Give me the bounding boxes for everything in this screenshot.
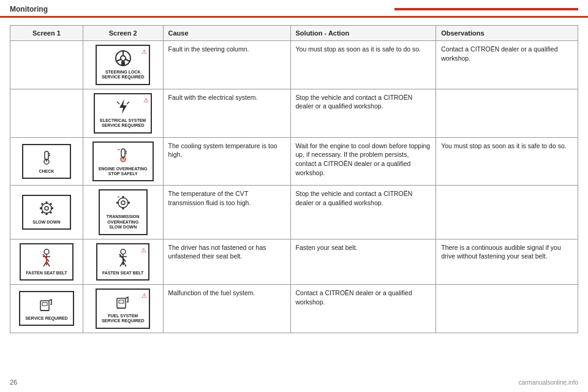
seatbelt1-icon	[38, 248, 55, 268]
solution-cell-3: Wait for the engine to cool down before …	[290, 137, 436, 186]
screen2-cell-4: TRANSMISSIONOVERHEATINGSLOW DOWN	[83, 186, 163, 239]
warning-icon: ⚠	[143, 96, 149, 105]
table-header-row: Screen 1 Screen 2 Cause Solution - Actio…	[10, 26, 578, 41]
fasten-seatbelt2-icon-box: ⚠ FASTEN SEAT BELT	[96, 243, 149, 281]
fasten-seatbelt1-label: FASTEN SEAT BELT	[26, 271, 67, 276]
solution-cell-1: You must stop as soon as it is safe to d…	[290, 41, 436, 89]
svg-rect-5	[121, 61, 125, 66]
obs-cell-5: There is a continuous audible signal if …	[436, 239, 578, 284]
slowdown-icon-box: SLOW DOWN	[22, 195, 71, 230]
transmission-label: TRANSMISSIONOVERHEATINGSLOW DOWN	[107, 214, 140, 230]
obs-cell-1: Contact a CITROËN dealer or a qualified …	[436, 41, 578, 89]
overheating-icon	[115, 146, 132, 164]
svg-rect-53	[119, 300, 124, 303]
check-icon-box: CHECK	[22, 144, 71, 179]
obs-cell-3: You must stop as soon as it is safe to d…	[436, 137, 578, 186]
check-label: CHECK	[39, 169, 54, 174]
main-content: Screen 1 Screen 2 Cause Solution - Actio…	[0, 18, 588, 341]
svg-rect-34	[127, 202, 130, 204]
screen2-cell-5: ⚠ FASTEN SEAT BELT	[83, 239, 163, 284]
svg-line-8	[127, 102, 129, 104]
svg-rect-21	[45, 202, 47, 204]
overheating-icon-box: ENGINE OVERHEATINGSTOP SAFELY	[92, 141, 154, 182]
screen2-cell-1: ⚠ STEERING LOCKSERVICE REQUIRED	[83, 41, 163, 89]
svg-marker-6	[119, 99, 127, 114]
solution-cell-6: Contact a CITROËN dealer or a qualified …	[290, 284, 436, 333]
svg-point-19	[42, 203, 51, 213]
screen1-cell-2	[10, 89, 83, 137]
col-screen1: Screen 1	[10, 26, 83, 41]
cause-cell-4: The temperature of the CVT transmission …	[163, 186, 290, 239]
warning-icon: ⚠	[141, 48, 147, 56]
page-title: Monitoring	[10, 5, 394, 13]
electrical-icon-box: ⚠ ELECTRICAL SYSTEMSERVICE REQUIRED	[94, 93, 152, 134]
electrical-icon	[115, 98, 132, 115]
svg-point-42	[121, 249, 126, 254]
cause-cell-6: Malfunction of the fuel system.	[163, 284, 290, 333]
screen1-cell-5: FASTEN SEAT BELT	[10, 239, 83, 284]
overheating-label: ENGINE OVERHEATINGSTOP SAFELY	[99, 167, 148, 177]
svg-rect-31	[122, 196, 124, 198]
solution-cell-5: Fasten your seat belt.	[290, 239, 436, 284]
svg-rect-24	[51, 207, 53, 209]
service-required-label: SERVICE REQUIRED	[25, 316, 68, 321]
temp-check-icon	[38, 149, 55, 166]
table-row: SERVICE REQUIRED ⚠ FUEL SYSTEMSERVICE RE…	[10, 284, 578, 333]
cause-cell-2: Fault with the electrical system.	[163, 89, 290, 137]
cause-cell-5: The driver has not fastened or has unfas…	[163, 239, 290, 284]
slowdown-label: SLOW DOWN	[32, 220, 60, 225]
cause-cell-3: The cooling system temperature is too hi…	[163, 137, 290, 186]
svg-rect-22	[45, 213, 47, 215]
warning-icon: ⚠	[141, 246, 146, 255]
fasten-seatbelt2-label: FASTEN SEAT BELT	[102, 271, 143, 276]
fuel-system-icon	[115, 293, 132, 311]
screen1-cell-3: CHECK	[10, 137, 83, 186]
page-number: 26	[10, 379, 17, 386]
screen1-cell-4: SLOW DOWN	[10, 186, 83, 239]
svg-rect-50	[42, 303, 47, 306]
screen1-cell-6: SERVICE REQUIRED	[10, 284, 83, 333]
steering-lock-icon-box: ⚠ STEERING LOCKSERVICE REQUIRED	[96, 45, 151, 85]
page-header: Monitoring	[0, 0, 588, 18]
red-accent-bar	[394, 8, 578, 10]
svg-point-30	[121, 201, 125, 205]
fuel-system-label: FUEL SYSTEMSERVICE REQUIRED	[102, 314, 145, 324]
svg-point-20	[45, 206, 48, 210]
table-row: ⚠ ELECTRICAL SYSTEMSERVICE REQUIRED Faul…	[10, 89, 578, 137]
table-row: FASTEN SEAT BELT ⚠	[10, 239, 578, 284]
warning-icon: ⚠	[141, 292, 147, 300]
service-required-icon-box: SERVICE REQUIRED	[19, 291, 74, 326]
col-solution: Solution - Action	[290, 26, 436, 41]
obs-cell-2	[436, 89, 578, 137]
svg-line-7	[117, 102, 119, 104]
fuel-system-icon-box: ⚠ FUEL SYSTEMSERVICE REQUIRED	[96, 288, 151, 329]
footer-site: carmanualsonline.info	[519, 379, 578, 386]
transmission-gear-icon	[38, 200, 55, 217]
transmission-icon	[115, 194, 132, 211]
screen2-cell-2: ⚠ ELECTRICAL SYSTEMSERVICE REQUIRED	[83, 89, 163, 137]
table-row: SLOW DOWN TRANSMI	[10, 186, 578, 239]
obs-cell-6	[436, 284, 578, 333]
svg-point-1	[121, 56, 126, 61]
solution-cell-2: Stop the vehicle and contact a CITROËN d…	[290, 89, 436, 137]
col-observations: Observations	[436, 26, 578, 41]
table-row: ⚠ STEERING LOCKSERVICE REQUIRED Fault in…	[10, 41, 578, 89]
seatbelt2-icon	[115, 248, 132, 268]
steering-icon	[115, 50, 132, 67]
screen2-cell-6: ⚠ FUEL SYSTEMSERVICE REQUIRED	[83, 284, 163, 333]
cause-cell-1: Fault in the steering column.	[163, 41, 290, 89]
obs-cell-4	[436, 186, 578, 239]
svg-point-29	[118, 198, 128, 208]
fasten-seatbelt1-icon-box: FASTEN SEAT BELT	[20, 243, 73, 281]
table-row: CHECK ENGINE OVERHEATINGSTOP SAF	[10, 137, 578, 186]
fuel-service-icon	[38, 296, 55, 313]
svg-rect-14	[121, 149, 125, 157]
electrical-label: ELECTRICAL SYSTEMSERVICE REQUIRED	[100, 118, 146, 129]
monitoring-table: Screen 1 Screen 2 Cause Solution - Actio…	[10, 25, 578, 333]
svg-rect-33	[116, 202, 119, 204]
svg-rect-9	[45, 151, 48, 160]
screen2-cell-3: ENGINE OVERHEATINGSTOP SAFELY	[83, 137, 163, 186]
col-cause: Cause	[163, 26, 290, 41]
transmission-icon-box: TRANSMISSIONOVERHEATINGSLOW DOWN	[99, 189, 148, 235]
svg-line-3	[116, 59, 121, 61]
